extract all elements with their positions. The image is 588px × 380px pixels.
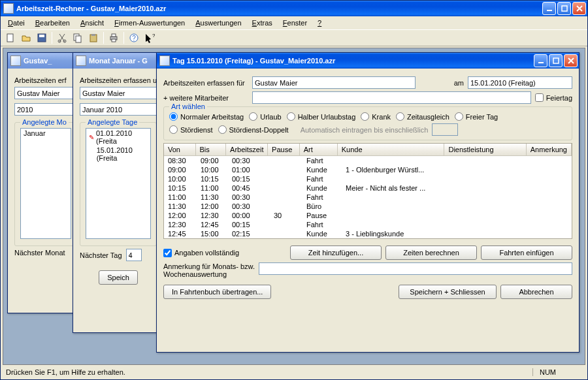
menubar: DateiBearbeitenAnsichtFirmen-Auswertunge… (1, 16, 587, 29)
copy-icon[interactable] (71, 31, 85, 45)
save-icon[interactable] (35, 31, 49, 45)
holiday-checkbox[interactable]: Feiertag (535, 93, 572, 102)
help-icon[interactable]: ? (127, 31, 141, 45)
year-label-erfassen: Arbeitszeiten erf (14, 76, 66, 84)
table-row[interactable]: 11:3012:0000:30Büro (164, 202, 572, 211)
calc-times-button[interactable]: Zeiten berechnen (385, 245, 477, 260)
menu-ansicht[interactable]: Ansicht (76, 18, 108, 28)
month-list-item[interactable]: Januar (21, 129, 71, 138)
svg-point-4 (58, 40, 61, 42)
minimize-button[interactable] (542, 2, 556, 15)
col-pause[interactable]: Pause (268, 144, 300, 155)
cut-icon[interactable] (55, 31, 69, 45)
complete-checkbox[interactable]: Angaben vollständig (163, 249, 239, 257)
close-button[interactable] (572, 2, 586, 15)
auto-field (432, 123, 458, 136)
auto-label: Automatisch eintragen bis einschließlich (301, 126, 429, 134)
svg-rect-3 (39, 35, 44, 37)
radio-stördienst[interactable]: Stördienst (169, 125, 213, 134)
day-list-item[interactable]: ✎01.01.2010 (Freita (86, 129, 150, 146)
doc-icon (76, 55, 86, 66)
menu-fenster[interactable]: Fenster (278, 18, 312, 28)
radio-freier-tag[interactable]: Freier Tag (455, 112, 498, 121)
month-group-label: Angelegte Tage (86, 118, 139, 126)
more-label: + weitere Mitarbeiter (163, 94, 248, 102)
radio-halber-urlaubstag[interactable]: Halber Urlaubstag (287, 112, 356, 121)
col-kunde[interactable]: Kunde (338, 144, 445, 155)
table-row[interactable]: 11:0011:3000:30Fahrt (164, 193, 572, 202)
whatsthis-icon[interactable]: ? (142, 31, 157, 45)
table-row[interactable]: 12:3012:4500:15Fahrt (164, 220, 572, 229)
status-num: NUM (532, 368, 563, 376)
col-von[interactable]: Von (164, 144, 196, 155)
radio-normaler-arbeitstag[interactable]: Normaler Arbeitstag (169, 112, 244, 121)
more-field[interactable] (252, 91, 531, 104)
table-row[interactable]: 08:3009:0000:30Fahrt (164, 156, 572, 165)
day-label-erfassen: Arbeitszeiten erfassen für (163, 79, 248, 87)
add-time-button[interactable]: Zeit hinzufügen... (290, 245, 382, 260)
month-save-button[interactable]: Speich (99, 270, 138, 285)
radio-urlaub[interactable]: Urlaub (249, 112, 281, 121)
next-day-field[interactable] (126, 249, 142, 261)
table-row[interactable]: 10:0010:1500:15Fahrt (164, 174, 572, 183)
table-row[interactable]: 09:0010:0001:00Kunde1 - Oldenburger Würs… (164, 165, 572, 174)
table-row[interactable]: 12:4515:0002:15Kunde3 - Lieblingskunde (164, 229, 572, 238)
transfer-button[interactable]: In Fahrtenbuch übertragen... (163, 285, 271, 299)
year-field[interactable] (14, 103, 77, 116)
month-name-field[interactable] (80, 87, 157, 99)
note-label-1: Anmerkung für Monats- bzw. (163, 262, 255, 270)
am-label: am (454, 79, 464, 87)
day-minimize-button[interactable] (534, 54, 547, 67)
svg-text:?: ? (132, 35, 136, 42)
month-window-title: Monat Januar - G (89, 57, 162, 65)
svg-rect-9 (91, 34, 95, 36)
menu-?[interactable]: ? (313, 18, 326, 28)
cancel-button[interactable]: Abbrechen (500, 285, 572, 299)
col-anmerkung[interactable]: Anmerkung (527, 144, 572, 155)
radio-zeitausgleich[interactable]: Zeitausgleich (396, 112, 449, 121)
radio-stördienst-doppelt[interactable]: Stördienst-Doppelt (218, 125, 289, 134)
month-field[interactable] (80, 103, 157, 116)
svg-point-5 (63, 40, 66, 42)
svg-rect-16 (553, 58, 559, 63)
svg-rect-12 (112, 39, 116, 42)
day-name-field[interactable] (252, 76, 416, 89)
mdi-client: Gustav_ Arbeitszeiten erf Angelegte Mo J… (3, 48, 585, 365)
menu-auswertungen[interactable]: Auswertungen (191, 18, 246, 28)
menu-bearbeiten[interactable]: Bearbeiten (31, 18, 74, 28)
day-date-field[interactable] (468, 76, 572, 89)
day-window-title: Tag 15.01.2010 (Freitag) - Gustav_Maier2… (172, 57, 534, 65)
svg-text:?: ? (152, 33, 155, 39)
maximize-button[interactable] (557, 2, 571, 15)
month-label-erfassen: Arbeitszeiten erfassen u (80, 76, 157, 84)
note-field[interactable] (259, 262, 572, 275)
col-art[interactable]: Art (300, 144, 338, 155)
table-row[interactable]: 12:0012:3000:0030Pause (164, 211, 572, 220)
col-bis[interactable]: Bis (196, 144, 227, 155)
new-icon[interactable] (3, 31, 18, 45)
col-arbeitszeit[interactable]: Arbeitszeit (226, 144, 268, 155)
svg-rect-1 (7, 34, 13, 42)
doc-icon (10, 55, 21, 66)
svg-rect-7 (76, 36, 81, 42)
status-text: Drücken Sie F1, um Hilfe zu erhalten. (6, 368, 125, 376)
statusbar: Drücken Sie F1, um Hilfe zu erhalten. NU… (2, 366, 586, 378)
radio-krank[interactable]: Krank (361, 112, 391, 121)
menu-datei[interactable]: Datei (3, 18, 29, 28)
menu-extras[interactable]: Extras (248, 18, 277, 28)
open-icon[interactable] (19, 31, 33, 45)
year-name-field[interactable] (14, 87, 77, 99)
menu-firmen-auswertungen[interactable]: Firmen-Auswertungen (110, 18, 189, 28)
day-maximize-button[interactable] (549, 54, 563, 67)
paste-icon[interactable] (86, 31, 101, 45)
day-close-button[interactable] (564, 54, 578, 67)
day-group-label: Art wählen (169, 103, 207, 110)
day-list-item[interactable]: 15.01.2010 (Freita (86, 146, 150, 163)
year-next-label: Nächster Monat (14, 249, 65, 257)
save-close-button[interactable]: Speichern + Schliessen (399, 285, 497, 299)
app-title: Arbeitszeit-Rechner - Gustav_Maier2010.a… (16, 5, 542, 12)
insert-trips-button[interactable]: Fahrten einfügen (481, 245, 572, 260)
print-icon[interactable] (106, 31, 121, 45)
table-row[interactable]: 10:1511:0000:45KundeMeier - Nicht als fe… (164, 183, 572, 193)
col-dienstleistung[interactable]: Dienstleistung (444, 144, 526, 155)
